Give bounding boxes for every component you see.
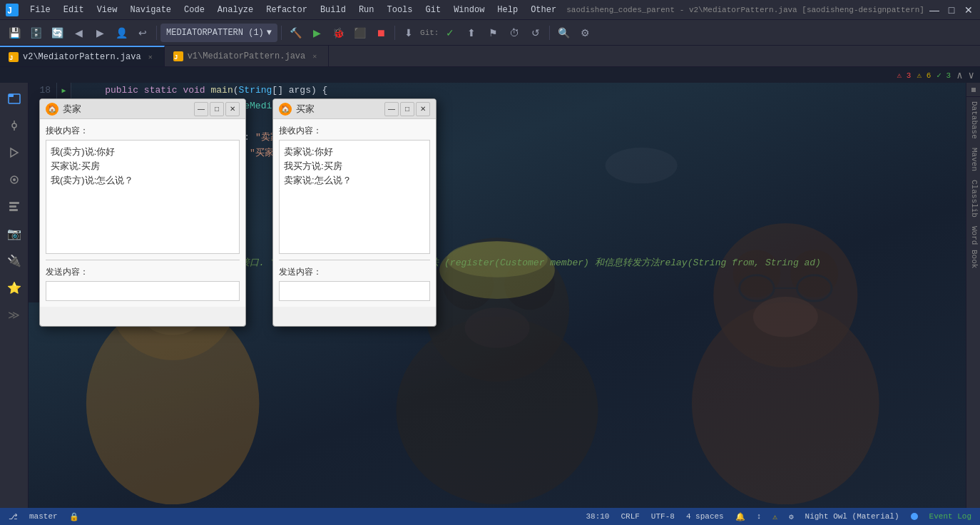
warn-status-icon: ⚠ — [772, 512, 777, 521]
menu-file[interactable]: File — [24, 4, 56, 16]
menu-help[interactable]: Help — [491, 4, 524, 16]
sidebar-structure-icon[interactable] — [1, 194, 27, 220]
buyer-receive-line-2: 我买方说:买房 — [284, 159, 425, 173]
toolbar-separator-4 — [549, 26, 550, 40]
buyer-minimize-btn[interactable]: — — [384, 102, 399, 116]
seller-divider — [46, 260, 240, 260]
database-label[interactable]: Database — [966, 97, 980, 143]
tab-v1-mediator[interactable]: J v1\MediatorPattern.java ✕ — [165, 46, 330, 66]
toolbar-git-update-btn[interactable]: ⬇ — [399, 23, 419, 43]
toolbar-sync-btn[interactable]: 🔄 — [47, 23, 67, 43]
buyer-dialog-icon: 🏠 — [279, 103, 292, 116]
tab-v1-close[interactable]: ✕ — [310, 51, 320, 61]
word-book-label[interactable]: Word Book — [966, 222, 980, 272]
svg-text:J: J — [174, 54, 178, 61]
seller-maximize-btn[interactable]: □ — [210, 102, 224, 116]
event-log[interactable]: Event Log — [929, 512, 971, 521]
toolbar-stop-btn[interactable]: ⏹ — [371, 23, 391, 43]
svg-text:J: J — [7, 6, 12, 16]
seller-dialog-title-bar: 🏠 卖家 — □ ✕ — [40, 99, 245, 119]
theme-name[interactable]: Night Owl (Material) — [805, 512, 899, 521]
seller-minimize-btn[interactable]: — — [194, 102, 208, 116]
toolbar-git-revert-btn[interactable]: ↺ — [526, 23, 546, 43]
maximize-button[interactable]: □ — [946, 4, 957, 16]
sync-icon[interactable]: ↕ — [757, 512, 762, 521]
menu-build[interactable]: Build — [315, 4, 352, 16]
tab-v2-close[interactable]: ✕ — [146, 52, 155, 62]
expand-icon[interactable]: ∧ — [956, 69, 962, 81]
menu-refactor[interactable]: Refactor — [260, 4, 313, 16]
sidebar-camera-icon[interactable]: 📷 — [1, 221, 27, 247]
toolbar-build-btn[interactable]: 🔨 — [285, 23, 305, 43]
toolbar-save-btn[interactable]: 💾 — [4, 23, 24, 43]
git-branch-name[interactable]: master — [29, 512, 58, 521]
seller-receive-line-1: 我(卖方)说:你好 — [51, 145, 235, 159]
toolbar-run-btn[interactable]: ▶ — [307, 23, 327, 43]
menu-analyze[interactable]: Analyze — [212, 4, 259, 16]
java-file-icon: J — [9, 52, 19, 62]
toolbar-forward-btn[interactable]: ▶ — [90, 23, 110, 43]
toolbar-git-check-btn[interactable]: ✓ — [440, 23, 460, 43]
menu-window[interactable]: Window — [448, 4, 490, 16]
toolbar-coverage-btn[interactable]: ⬛ — [349, 23, 369, 43]
sidebar-project-icon[interactable] — [1, 86, 27, 111]
toolbar-save-all-btn[interactable]: 🗄️ — [26, 23, 46, 43]
menu-run[interactable]: Run — [353, 4, 380, 16]
tab-v2-mediator[interactable]: J v2\MediatorPattern.java ✕ — [0, 46, 165, 66]
seller-receive-area[interactable]: 我(卖方)说:你好 买家说:买房 我(卖方)说:怎么说？ — [46, 140, 240, 254]
toolbar-settings-btn[interactable]: ⚙ — [575, 23, 595, 43]
seller-receive-line-3: 我(卖方)说:怎么说？ — [51, 173, 235, 188]
buyer-receive-label: 接收内容： — [279, 125, 430, 137]
close-button[interactable]: ✕ — [963, 4, 974, 16]
seller-receive-line-2: 买家说:买房 — [51, 159, 235, 173]
toolbar-git-history-btn[interactable]: ⏱ — [504, 23, 524, 43]
sidebar-tools-icon[interactable] — [1, 167, 27, 193]
buyer-receive-area[interactable]: 卖家说:你好 我买方说:买房 卖家说:怎么说？ — [279, 140, 430, 254]
menu-tools[interactable]: Tools — [382, 4, 419, 16]
tab-v2-label: v2\MediatorPattern.java — [23, 52, 141, 62]
seller-close-btn[interactable]: ✕ — [225, 102, 240, 116]
menu-navigate[interactable]: Navigate — [124, 4, 177, 16]
minimize-button[interactable]: — — [929, 4, 940, 16]
sidebar-favorites-icon[interactable]: ⭐ — [1, 275, 27, 301]
code-line-18: public static void main ( String [] args… — [83, 83, 966, 98]
buyer-dialog-controls: — □ ✕ — [384, 102, 430, 116]
buyer-dialog-title-bar: 🏠 买家 — □ ✕ — [273, 99, 436, 119]
sidebar-run-icon[interactable] — [1, 140, 27, 165]
toolbar-search-everywhere-btn[interactable]: 🔍 — [553, 23, 573, 43]
menu-other[interactable]: Other — [525, 4, 562, 16]
menu-code[interactable]: Code — [178, 4, 210, 16]
seller-send-input[interactable] — [46, 281, 240, 301]
toolbar-undo-btn[interactable]: ↩ — [133, 23, 153, 43]
menu-edit[interactable]: Edit — [58, 4, 90, 16]
line-ending[interactable]: CRLF — [621, 512, 639, 521]
toolbar-debug-btn[interactable]: 🐞 — [328, 23, 348, 43]
menu-view[interactable]: View — [91, 4, 123, 16]
warn-badge: ⚠ 6 — [917, 71, 931, 80]
encoding[interactable]: UTF-8 — [651, 512, 675, 521]
error-indicator-bar: ⚠ 3 ⚠ 6 ✓ 3 ∧ ∨ — [0, 67, 980, 83]
status-bar: ⎇ master 🔒 38:10 CRLF UTF-8 4 spaces 🔔 ↕… — [0, 508, 980, 525]
run-config-dropdown[interactable]: MEDIATORPATTERN (1) ▼ — [160, 24, 277, 42]
run-line-icon[interactable]: ▶ — [61, 86, 66, 95]
maven-label[interactable]: Maven — [966, 143, 980, 175]
buyer-maximize-btn[interactable]: □ — [400, 102, 414, 116]
settings-status-icon[interactable]: ⚙ — [789, 512, 794, 521]
toolbar-back-btn[interactable]: ◀ — [68, 23, 88, 43]
classlib-label[interactable]: Classlib — [966, 175, 980, 222]
toolbar-git-fetch-btn[interactable]: ⚑ — [483, 23, 503, 43]
sidebar-more-icon[interactable]: ≫ — [1, 302, 27, 328]
collapse-icon[interactable]: ∨ — [969, 69, 974, 81]
window-title: saodisheng_codes_parent - v2\MediatorPat… — [563, 6, 927, 14]
sidebar-commit-icon[interactable] — [1, 113, 27, 138]
sidebar-plugins-icon[interactable]: 🔌 — [1, 248, 27, 274]
svg-rect-16 — [9, 209, 18, 211]
toolbar-edit-config-btn[interactable]: 👤 — [111, 23, 131, 43]
buyer-close-btn[interactable]: ✕ — [416, 102, 430, 116]
notification-icon: 🔔 — [735, 512, 745, 521]
toolbar-git-push-btn[interactable]: ⬆ — [461, 23, 481, 43]
menu-git[interactable]: Git — [420, 4, 447, 16]
indent[interactable]: 4 spaces — [686, 512, 724, 521]
buyer-send-input[interactable] — [279, 281, 430, 301]
seller-dialog-controls: — □ ✕ — [194, 102, 240, 116]
